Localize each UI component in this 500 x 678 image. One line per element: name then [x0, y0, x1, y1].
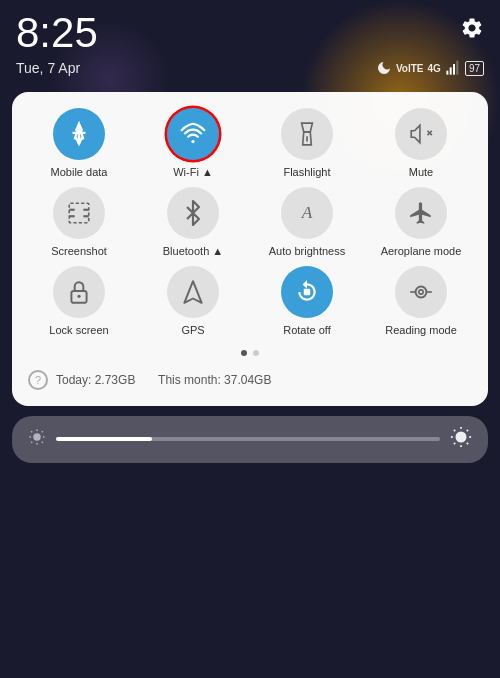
- tile-rotate-off-label: Rotate off: [283, 324, 331, 337]
- status-bar: 8:25: [0, 0, 500, 58]
- svg-line-25: [31, 431, 32, 432]
- aeroplane-svg: [408, 200, 434, 226]
- tile-screenshot-label: Screenshot: [51, 245, 107, 258]
- svg-line-38: [454, 442, 455, 443]
- screenshot-svg: [66, 200, 92, 226]
- bluetooth-icon-bg: [167, 187, 219, 239]
- auto-brightness-icon-bg: A: [281, 187, 333, 239]
- reading-mode-icon-bg: [395, 266, 447, 318]
- svg-rect-17: [304, 289, 311, 296]
- tile-wifi[interactable]: Wi-Fi ▲: [138, 108, 248, 179]
- tile-mute[interactable]: Mute: [366, 108, 476, 179]
- tile-flashlight[interactable]: Flashlight: [252, 108, 362, 179]
- tile-lock-screen-label: Lock screen: [49, 324, 108, 337]
- data-usage-separator: [143, 373, 150, 387]
- network-icon: 4G: [428, 63, 441, 74]
- reading-mode-svg: [408, 279, 434, 305]
- svg-rect-1: [450, 67, 452, 74]
- moon-icon: [376, 60, 392, 76]
- svg-line-26: [42, 442, 43, 443]
- tile-gps[interactable]: GPS: [138, 266, 248, 337]
- lock-svg: [66, 279, 92, 305]
- svg-point-22: [33, 433, 41, 441]
- gps-icon-bg: [167, 266, 219, 318]
- tile-mute-label: Mute: [409, 166, 433, 179]
- svg-line-30: [42, 431, 43, 432]
- svg-point-5: [191, 140, 194, 143]
- brightness-high-icon: [450, 426, 472, 453]
- status-icons: [460, 16, 484, 40]
- signal-icon: [445, 60, 461, 76]
- tile-bluetooth-label: Bluetooth ▲: [163, 245, 223, 258]
- wifi-icon-bg: [167, 108, 219, 160]
- dot-2: [253, 350, 259, 356]
- wifi-svg: [180, 121, 206, 147]
- svg-rect-0: [446, 71, 448, 75]
- rotate-off-icon-bg: [281, 266, 333, 318]
- dot-1: [241, 350, 247, 356]
- svg-rect-9: [69, 203, 89, 223]
- tile-mobile-data-label: Mobile data: [51, 166, 108, 179]
- tile-reading-mode-label: Reading mode: [385, 324, 457, 337]
- data-usage-month: This month: 37.04GB: [158, 373, 271, 387]
- tile-wifi-label: Wi-Fi ▲: [173, 166, 213, 179]
- svg-rect-3: [456, 61, 458, 75]
- auto-brightness-svg: A: [294, 200, 320, 226]
- volte-icon: VolTE: [396, 63, 424, 74]
- flashlight-svg: [294, 121, 320, 147]
- svg-point-18: [416, 287, 427, 298]
- flashlight-icon-bg: [281, 108, 333, 160]
- tile-mobile-data[interactable]: Mobile data: [24, 108, 134, 179]
- mobile-data-icon-bg: [53, 108, 105, 160]
- data-usage-help-icon: ?: [28, 370, 48, 390]
- tile-auto-brightness[interactable]: A Auto brightness: [252, 187, 362, 258]
- svg-line-34: [454, 429, 455, 430]
- tile-rotate-off[interactable]: Rotate off: [252, 266, 362, 337]
- gear-icon[interactable]: [460, 16, 484, 40]
- tile-aeroplane[interactable]: Aeroplane mode: [366, 187, 476, 258]
- quick-settings-panel: Mobile data Wi-Fi ▲: [12, 92, 488, 406]
- page-dots: [24, 350, 476, 356]
- brightness-low-icon: [28, 428, 46, 450]
- gps-svg: [180, 279, 206, 305]
- brightness-bar[interactable]: [12, 416, 488, 463]
- tiles-grid: Mobile data Wi-Fi ▲: [24, 108, 476, 338]
- svg-line-29: [31, 442, 32, 443]
- svg-line-39: [467, 429, 468, 430]
- tile-auto-brightness-label: Auto brightness: [269, 245, 345, 258]
- svg-text:A: A: [301, 204, 313, 223]
- battery-icon: 97: [465, 61, 484, 76]
- svg-rect-2: [453, 64, 455, 75]
- time-display: 8:25: [16, 12, 98, 54]
- tile-bluetooth[interactable]: Bluetooth ▲: [138, 187, 248, 258]
- tile-reading-mode[interactable]: Reading mode: [366, 266, 476, 337]
- rotate-off-svg: [294, 279, 320, 305]
- mute-icon-bg: [395, 108, 447, 160]
- tile-aeroplane-label: Aeroplane mode: [381, 245, 462, 258]
- svg-point-16: [77, 295, 80, 298]
- date-display: Tue, 7 Apr: [16, 60, 80, 76]
- svg-point-31: [456, 431, 467, 442]
- screenshot-icon-bg: [53, 187, 105, 239]
- data-usage-row: ? Today: 2.73GB This month: 37.04GB: [24, 366, 476, 394]
- bluetooth-svg: [180, 200, 206, 226]
- tile-flashlight-label: Flashlight: [283, 166, 330, 179]
- date-row: Tue, 7 Apr VolTE 4G 97: [0, 58, 500, 84]
- tile-gps-label: GPS: [181, 324, 204, 337]
- mute-svg: [408, 121, 434, 147]
- brightness-fill: [56, 437, 152, 441]
- tile-lock-screen[interactable]: Lock screen: [24, 266, 134, 337]
- svg-line-35: [467, 442, 468, 443]
- data-usage-today: Today: 2.73GB: [56, 373, 135, 387]
- svg-point-19: [419, 290, 423, 294]
- status-right-icons: VolTE 4G 97: [376, 60, 484, 76]
- brightness-track[interactable]: [56, 437, 440, 441]
- lock-screen-icon-bg: [53, 266, 105, 318]
- mobile-data-svg: [66, 121, 92, 147]
- tile-screenshot[interactable]: Screenshot: [24, 187, 134, 258]
- aeroplane-icon-bg: [395, 187, 447, 239]
